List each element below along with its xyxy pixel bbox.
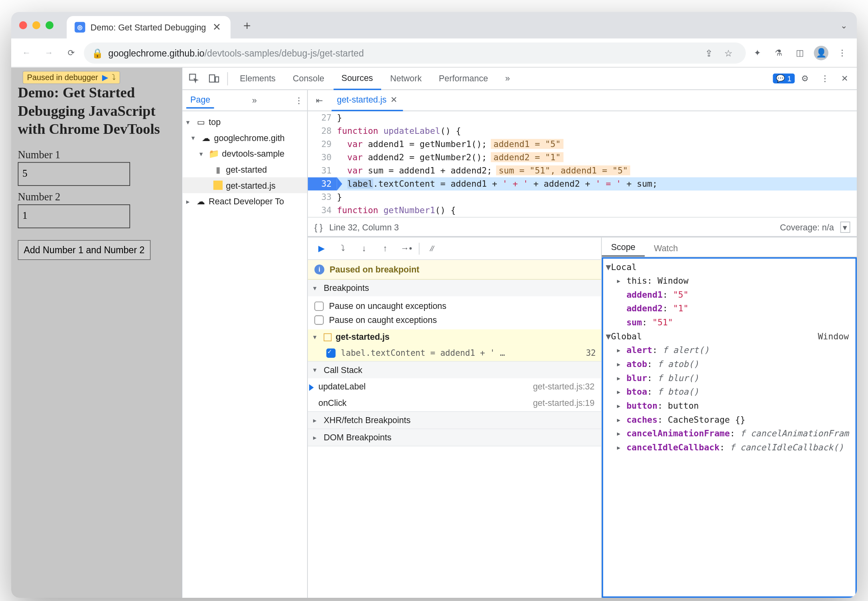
breakpoint-item[interactable]: label.textContent = addend1 + ' … 32 xyxy=(308,345,601,361)
tabs-overflow-icon[interactable]: » xyxy=(497,67,518,90)
scope-tab[interactable]: Scope xyxy=(602,239,645,257)
lock-icon: 🔒 xyxy=(92,47,103,58)
chrome-menu-icon[interactable]: ⋮ xyxy=(833,43,852,62)
editor-statusbar: { } Line 32, Column 3 Coverage: n/a ▾ xyxy=(308,217,857,237)
url-path: /devtools-samples/debug-js/get-started xyxy=(205,47,364,58)
paused-banner: i Paused on breakpoint xyxy=(308,260,601,280)
number2-input[interactable] xyxy=(18,204,131,228)
cursor-position: Line 32, Column 3 xyxy=(329,222,399,232)
inline-value: addend1 = "5" xyxy=(491,139,563,149)
profile-avatar[interactable]: 👤 xyxy=(812,43,830,62)
inspect-element-icon[interactable] xyxy=(185,69,203,88)
tree-html-file[interactable]: ▮get-started xyxy=(182,161,307,177)
deactivate-breakpoints-button[interactable]: ⫽ xyxy=(424,240,441,257)
tree-top[interactable]: ▾▭top xyxy=(182,114,307,130)
step-into-button[interactable]: ↓ xyxy=(356,240,373,257)
address-bar[interactable]: 🔒 googlechrome.github.io/devtools-sample… xyxy=(84,42,746,63)
callstack-frame-1[interactable]: onClickget-started.js:19 xyxy=(308,395,601,411)
browser-tab[interactable]: ◎ Demo: Get Started Debugging ✕ xyxy=(67,16,231,38)
coverage-label: Coverage: n/a xyxy=(780,222,834,232)
bookmark-icon[interactable]: ☆ xyxy=(719,43,738,62)
breakpoints-header[interactable]: ▾Breakpoints xyxy=(308,280,601,296)
navigator-page-tab[interactable]: Page xyxy=(186,92,214,109)
scope-panel: Scope Watch ▼Local ▸ this: Window addend… xyxy=(602,238,857,598)
close-window-button[interactable] xyxy=(19,21,27,29)
sources-navigator: Page » ⋮ ▾▭top ▾☁googlechrome.gith ▾📁dev… xyxy=(182,90,307,598)
number1-label: Number 1 xyxy=(18,149,175,161)
issues-badge[interactable]: 💬 1 xyxy=(773,73,795,83)
pause-caught-checkbox[interactable]: Pause on caught exceptions xyxy=(312,313,597,327)
navigator-menu-icon[interactable]: ⋮ xyxy=(295,95,303,105)
file-icon: ▮ xyxy=(213,164,223,175)
sidepanel-icon[interactable]: ◫ xyxy=(791,43,809,62)
dom-breakpoints-header[interactable]: ▸DOM Breakpoints xyxy=(308,429,601,446)
tree-extension[interactable]: ▸☁React Developer To xyxy=(182,193,307,209)
tab-strip: ◎ Demo: Get Started Debugging ✕ ＋ ⌄ xyxy=(11,12,857,38)
svg-rect-1 xyxy=(209,75,215,82)
tree-folder[interactable]: ▾📁devtools-sample xyxy=(182,145,307,161)
callstack-header[interactable]: ▾Call Stack xyxy=(308,362,601,378)
devtools-menu-icon[interactable]: ⋮ xyxy=(816,69,834,88)
share-icon[interactable]: ⇪ xyxy=(699,43,718,62)
resume-icon[interactable]: ▶ xyxy=(102,73,108,82)
settings-icon[interactable]: ⚙ xyxy=(796,69,814,88)
breakpoint-checkbox[interactable] xyxy=(326,348,336,357)
cloud-icon: ☁ xyxy=(201,132,211,143)
maximize-window-button[interactable] xyxy=(46,21,54,29)
step-over-icon[interactable]: ⤵ xyxy=(112,73,116,82)
debugger-controls: ▶ ⤵ ↓ ↑ →• ⫽ xyxy=(308,238,601,260)
cloud-icon: ☁ xyxy=(195,196,206,206)
minimize-window-button[interactable] xyxy=(32,21,40,29)
tree-domain[interactable]: ▾☁googlechrome.gith xyxy=(182,130,307,146)
editor-tab-label: get-started.js xyxy=(337,95,386,105)
tab-elements[interactable]: Elements xyxy=(232,67,283,90)
favicon-icon: ◎ xyxy=(74,22,85,32)
toolbar: ← → ⟳ 🔒 googlechrome.github.io/devtools-… xyxy=(11,38,857,68)
device-toolbar-icon[interactable] xyxy=(205,69,223,88)
page-heading: Demo: Get Started Debugging JavaScript w… xyxy=(18,83,175,138)
labs-icon[interactable]: ⚗ xyxy=(770,43,788,62)
coverage-dropdown-icon[interactable]: ▾ xyxy=(840,221,850,232)
callstack-frame-0[interactable]: updateLabelget-started.js:32 xyxy=(308,378,601,395)
forward-button[interactable]: → xyxy=(39,43,58,63)
step-over-button[interactable]: ⤵ xyxy=(334,240,352,257)
step-button[interactable]: →• xyxy=(398,240,415,257)
tab-title: Demo: Get Started Debugging xyxy=(90,22,206,32)
paused-overlay: Paused in debugger ▶ ⤵ xyxy=(23,72,120,84)
number1-input[interactable] xyxy=(18,162,131,186)
watch-tab[interactable]: Watch xyxy=(645,240,687,256)
pretty-print-icon[interactable]: { } xyxy=(314,222,322,232)
tree-js-file[interactable]: get-started.js xyxy=(182,177,307,194)
info-icon: i xyxy=(314,264,324,274)
extensions-icon[interactable]: ✦ xyxy=(748,43,767,62)
step-out-button[interactable]: ↑ xyxy=(376,240,394,257)
editor-tab[interactable]: get-started.js ✕ xyxy=(332,90,403,111)
tab-sources[interactable]: Sources xyxy=(334,67,381,90)
url-host: googlechrome.github.io xyxy=(108,47,205,58)
resume-button[interactable]: ▶ xyxy=(313,240,330,257)
tab-console[interactable]: Console xyxy=(285,67,332,90)
inline-value: sum = "51", addend1 = "5" xyxy=(496,165,631,175)
close-devtools-icon[interactable]: ✕ xyxy=(836,69,854,88)
tab-network[interactable]: Network xyxy=(382,67,430,90)
code-editor[interactable]: 27} 28function updateLabel() { 29 var ad… xyxy=(308,111,857,217)
back-button[interactable]: ← xyxy=(16,43,36,63)
pause-uncaught-checkbox[interactable]: Pause on uncaught exceptions xyxy=(312,299,597,313)
tab-performance[interactable]: Performance xyxy=(431,67,496,90)
new-tab-button[interactable]: ＋ xyxy=(235,15,260,36)
debugger-sidebar: ▶ ⤵ ↓ ↑ →• ⫽ i Paused on breakpoint xyxy=(308,238,602,598)
navigator-overflow-icon[interactable]: » xyxy=(252,95,257,105)
breakpoint-file-header[interactable]: ▾get-started.js xyxy=(308,329,601,345)
xhr-breakpoints-header[interactable]: ▸XHR/fetch Breakpoints xyxy=(308,412,601,428)
scope-tree[interactable]: ▼Local ▸ this: Window addend1: "5" adden… xyxy=(602,257,857,598)
add-button[interactable]: Add Number 1 and Number 2 xyxy=(18,240,151,260)
folder-icon: 📁 xyxy=(209,148,219,159)
close-editor-tab-icon[interactable]: ✕ xyxy=(390,95,398,105)
tab-overflow-button[interactable]: ⌄ xyxy=(840,20,857,30)
breakpoint-line: 32 xyxy=(586,348,596,358)
svg-rect-2 xyxy=(215,77,219,82)
page-viewport: Paused in debugger ▶ ⤵ Demo: Get Started… xyxy=(11,68,182,598)
reload-button[interactable]: ⟳ xyxy=(61,43,81,63)
close-tab-icon[interactable]: ✕ xyxy=(211,21,223,33)
toggle-navigator-icon[interactable]: ⇤ xyxy=(310,91,329,109)
